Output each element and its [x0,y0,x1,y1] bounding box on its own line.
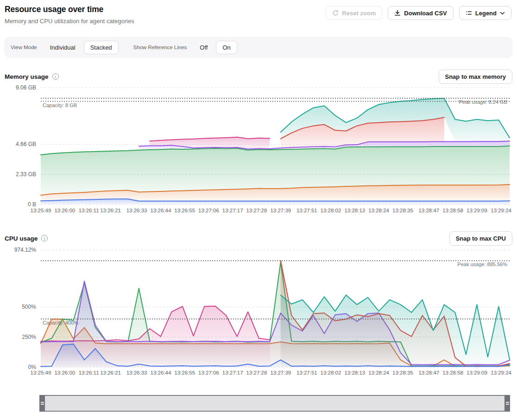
svg-text:13:26:11: 13:26:11 [79,370,99,375]
svg-text:13:26:33: 13:26:33 [126,208,147,213]
download-csv-button[interactable]: Download CSV [388,6,453,20]
svg-text:13:27:39: 13:27:39 [270,370,291,375]
svg-text:13:28:35: 13:28:35 [392,208,413,213]
svg-text:13:27:17: 13:27:17 [222,370,243,375]
svg-text:13:29:24: 13:29:24 [491,208,511,213]
list-icon [466,10,472,16]
chart-controls-bar: View Mode Individual Stacked Show Refere… [5,37,512,57]
svg-text:Peak usage: 885.56%: Peak usage: 885.56% [457,261,507,267]
reference-lines-off-option[interactable]: Off [193,41,214,54]
svg-text:13:25:49: 13:25:49 [31,208,51,213]
svg-text:4.66 GB: 4.66 GB [16,141,36,147]
svg-text:13:28:35: 13:28:35 [392,370,413,375]
svg-text:13:27:06: 13:27:06 [198,370,219,375]
page-header: Resource usage over time Memory and CPU … [0,0,517,25]
svg-text:2.33 GB: 2.33 GB [16,171,36,178]
grip-icon [41,402,44,405]
legend-button[interactable]: Legend [459,6,511,20]
svg-text:Capacity: 400%: Capacity: 400% [43,320,78,325]
svg-text:13:26:33: 13:26:33 [126,370,147,375]
chevron-down-icon [500,12,505,15]
view-mode-stacked-option[interactable]: Stacked [84,41,119,54]
reference-lines-on-option[interactable]: On [216,41,237,54]
snap-to-max-cpu-button[interactable]: Snap to max CPU [449,231,512,246]
svg-text:13:28:02: 13:28:02 [321,370,341,375]
svg-text:13:28:47: 13:28:47 [418,208,439,213]
svg-text:13:27:28: 13:27:28 [246,370,267,375]
svg-text:13:28:24: 13:28:24 [368,370,389,375]
svg-text:13:27:51: 13:27:51 [296,370,317,375]
brush-handle-right[interactable] [504,395,510,412]
reference-lines-group: Off On [193,41,237,54]
svg-text:250%: 250% [22,334,36,340]
svg-text:13:28:58: 13:28:58 [442,208,463,213]
reset-zoom-button[interactable]: Reset zoom [326,6,382,20]
svg-text:13:26:44: 13:26:44 [151,370,171,375]
cpu-section-header: CPU usage Snap to max CPU [5,231,512,246]
view-mode-group: Individual Stacked [44,41,119,54]
brush-handle-left[interactable] [39,395,45,412]
svg-text:13:25:49: 13:25:49 [31,370,51,375]
time-range-brush[interactable] [39,395,510,412]
svg-text:Peak usage: 8.24 GB: Peak usage: 8.24 GB [459,99,507,105]
svg-text:500%: 500% [22,304,36,310]
cpu-usage-chart[interactable]: 974.12%500%250%0%Peak usage: 885.56%Capa… [0,246,517,385]
page-title: Resource usage over time [5,5,134,14]
svg-text:13:29:24: 13:29:24 [491,370,511,375]
memory-usage-chart[interactable]: 9.06 GB4.66 GB2.33 GB0 BPeak usage: 8.24… [0,84,517,219]
svg-text:13:29:09: 13:29:09 [467,370,487,375]
svg-text:13:26:55: 13:26:55 [174,370,195,375]
svg-text:13:26:21: 13:26:21 [100,208,121,213]
show-reference-lines-label: Show Reference Lines [133,45,187,50]
svg-text:13:26:00: 13:26:00 [54,208,75,213]
svg-text:13:28:13: 13:28:13 [344,370,365,375]
svg-text:13:26:00: 13:26:00 [54,370,75,375]
svg-text:9.06 GB: 9.06 GB [16,84,36,91]
cpu-usage-title: CPU usage [5,235,48,242]
svg-text:Capacity: 8 GB: Capacity: 8 GB [43,102,77,108]
svg-text:13:27:39: 13:27:39 [270,208,291,213]
svg-text:13:27:06: 13:27:06 [198,208,219,213]
svg-text:13:27:51: 13:27:51 [296,208,317,213]
info-icon[interactable] [52,73,59,80]
view-mode-label: View Mode [11,45,37,50]
svg-text:13:28:58: 13:28:58 [442,370,463,375]
header-actions: Reset zoom Download CSV Legend [326,6,511,20]
memory-usage-title: Memory usage [5,73,59,80]
view-mode-individual-option[interactable]: Individual [44,41,82,54]
svg-text:0 B: 0 B [28,201,36,208]
svg-text:13:29:09: 13:29:09 [467,208,487,213]
svg-text:974.12%: 974.12% [14,247,37,253]
svg-text:13:28:24: 13:28:24 [368,208,389,213]
info-icon[interactable] [41,235,48,242]
page-subtitle: Memory and CPU utilization for agent cat… [5,18,134,25]
svg-text:13:26:55: 13:26:55 [174,208,195,213]
svg-text:13:26:44: 13:26:44 [151,208,171,213]
memory-section-header: Memory usage Snap to max memory [5,69,512,84]
title-block: Resource usage over time Memory and CPU … [5,5,134,25]
svg-text:13:26:11: 13:26:11 [79,208,99,213]
svg-text:13:28:13: 13:28:13 [344,208,365,213]
svg-text:13:27:28: 13:27:28 [246,208,267,213]
refresh-icon [332,10,339,16]
svg-text:13:28:47: 13:28:47 [418,370,439,375]
grip-icon [506,402,509,405]
snap-to-max-memory-button[interactable]: Snap to max memory [439,70,513,84]
download-icon [394,10,401,16]
svg-text:13:27:17: 13:27:17 [222,208,243,213]
svg-text:13:28:02: 13:28:02 [321,208,341,213]
svg-text:0%: 0% [28,364,37,370]
svg-text:13:26:21: 13:26:21 [100,370,121,375]
